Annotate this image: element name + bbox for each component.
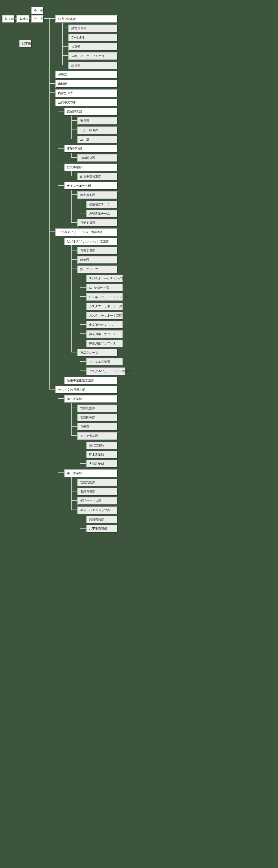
org-node-h5b1: 店舗開発課 [77, 154, 118, 162]
org-node-h5: 店売事業本部 [55, 99, 118, 106]
org-node-h1b: DX推進部 [68, 34, 118, 41]
org-node-h6a3h: 神奈川第二オフィス [86, 340, 123, 347]
org-node-n4: 監査役 [19, 40, 32, 48]
org-node-n0: 株主総会 [2, 15, 14, 23]
org-node-h7a4c: 大和営業所 [86, 460, 118, 468]
org-node-h7a4: エリア営業課 [77, 432, 118, 440]
org-node-h7: 公共・文教営業本部 [55, 386, 118, 394]
org-node-h6a3b: ICTサポート課 [86, 284, 123, 292]
org-node-h5c1: 飲食事業推進課 [77, 173, 118, 181]
org-node-h5d2: 営業支援課 [77, 219, 118, 227]
org-node-h6a4a: アスクル営業課 [86, 358, 123, 366]
org-node-h6a4b: アスクルソリューション営業課 [86, 368, 125, 375]
org-node-h1a: 経営企画部 [68, 25, 118, 32]
org-node-h7a4a: 藤沢営業所 [86, 442, 118, 449]
connector-lines [0, 0, 278, 868]
org-node-h6a2: 販促課 [77, 256, 118, 264]
org-node-h7b4a: 蒲田購買部 [86, 516, 118, 523]
org-node-h5d1a: 教室運営チーム [86, 201, 118, 208]
org-node-h5a2: 仕入・販促課 [77, 126, 118, 134]
org-node-h6a3g: 神奈川第一オフィス [86, 331, 123, 338]
org-node-h6a3f: 東京第一オフィス [86, 321, 123, 329]
org-node-h7a3: 営業課 [77, 423, 118, 431]
org-node-h5c: 飲食事業部 [64, 163, 118, 171]
org-node-h6a: ビジネスソリューション営業部 [64, 238, 118, 245]
org-node-h7b4b: 八王子購買部 [86, 525, 118, 533]
org-node-h6a3c: ビジネスソリューション一課 [86, 293, 123, 301]
org-node-h7a1: 営業支援課 [77, 405, 118, 412]
org-node-h1: 経営企画本部 [55, 15, 118, 23]
org-node-h6a3a: デジタルマーケティング課 [86, 275, 123, 282]
org-node-h7a4b: 厚木営業所 [86, 451, 118, 459]
org-node-h1d: 広報・マーケティング部 [68, 52, 118, 60]
org-node-h7a2: 営業開発課 [77, 414, 118, 422]
org-node-h7b1: 営業支援課 [77, 479, 118, 486]
org-node-h1c: 人事部 [68, 43, 118, 51]
org-node-h6a1: 営業支援課 [77, 247, 118, 255]
org-node-n2: 会 長 [31, 7, 44, 14]
org-node-h7b2: 書籍営業課 [77, 488, 118, 496]
org-node-h6a3d: カスタマーサポート一課 [86, 303, 123, 310]
org-node-h6b: 新規事業推進営業部 [64, 377, 118, 384]
org-node-h2: 経理部 [55, 71, 118, 79]
org-node-h5d1b: 戸塚営業チーム [86, 210, 118, 218]
org-node-h7b: 第二営業部 [64, 469, 118, 477]
org-node-h6: ビジネスソリューション営業本部 [55, 228, 118, 236]
org-node-h6a4: 第二グループ [77, 349, 118, 356]
org-node-h4: 内部監査室 [55, 89, 118, 97]
org-node-n3: 社 長 [31, 15, 44, 23]
org-node-h7b3: 受託サービス課 [77, 497, 118, 505]
org-node-n1: 取締役会 [17, 15, 29, 23]
org-node-h7b4: キャンパスショップ課 [77, 506, 118, 514]
org-node-h3: 出版部 [55, 80, 118, 88]
org-node-h7a: 第一営業部 [64, 395, 118, 403]
org-node-h1e: 総務部 [68, 62, 118, 69]
org-node-h5d1: 教室推進課 [77, 191, 118, 199]
org-node-h5d: ライフサポート部 [64, 182, 118, 190]
org-node-h6a3: 第一グループ [77, 266, 118, 273]
org-node-h5a1: 運営課 [77, 117, 118, 125]
org-node-h5a: 店舗運営部 [64, 108, 118, 116]
org-node-h5b: 事業開発部 [64, 145, 118, 153]
org-node-h5a3: 店 舗 [77, 136, 118, 144]
org-node-h6a3e: カスタマーサポート二課 [86, 312, 123, 319]
